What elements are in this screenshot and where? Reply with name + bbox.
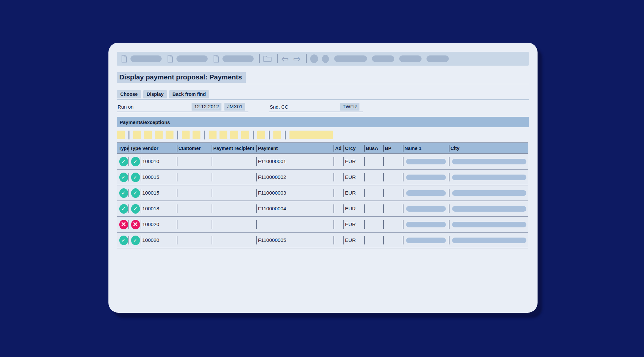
choose-button[interactable]: Choose (117, 90, 141, 98)
type-status-cell (117, 217, 128, 232)
system-toolbar: ⇦ ⇨ (117, 52, 529, 66)
run-on-id-value[interactable]: JMX01 (224, 103, 245, 111)
document-icon[interactable] (213, 55, 219, 63)
check-circle-icon (131, 173, 140, 182)
toolbar-button-placeholder[interactable] (399, 55, 422, 62)
column-header-payment[interactable]: Payment (256, 143, 334, 154)
payment-row[interactable]: 100015 F110000003 EUR (117, 185, 528, 201)
toolbar-button-placeholder[interactable] (372, 55, 394, 62)
table-toolbar-divider (177, 131, 178, 139)
city-placeholder-pill (452, 222, 526, 227)
table-toolbar-button-placeholder[interactable] (144, 131, 152, 139)
toolbar-field-placeholder[interactable] (176, 55, 208, 62)
table-toolbar-button-placeholder[interactable] (155, 131, 163, 139)
city-placeholder-pill (452, 175, 526, 180)
table-toolbar-button-placeholder[interactable] (241, 131, 249, 139)
name1-placeholder-pill (406, 175, 446, 180)
toolbar-button-placeholder[interactable] (426, 55, 449, 62)
type-status-cell (128, 201, 141, 217)
payment-recipient-cell (212, 217, 256, 232)
busa-cell (364, 185, 383, 201)
column-header-customer[interactable]: Customer (177, 143, 212, 154)
run-on-label: Run on (118, 104, 133, 110)
column-header-type1[interactable]: Type (117, 143, 128, 154)
document-icon[interactable] (167, 55, 173, 63)
folder-icon[interactable] (263, 55, 272, 62)
ad-cell (334, 232, 343, 248)
bp-cell (383, 169, 403, 185)
payment-row[interactable]: 100015 F110000002 EUR (117, 169, 528, 185)
city-cell (449, 154, 528, 169)
back-from-find-button[interactable]: Back from find (169, 90, 209, 98)
toolbar-button-placeholder[interactable] (310, 54, 318, 63)
column-header-payment-recipient[interactable]: Payment recipient (212, 143, 256, 154)
city-placeholder-pill (452, 190, 526, 196)
payment-row[interactable]: 100010 F110000001 EUR (117, 154, 528, 169)
filter-row: Run on 12.12.2012 JMX01 Snd. CC TWFR (117, 103, 529, 112)
table-toolbar-button-placeholder[interactable] (273, 131, 281, 139)
column-header-busa[interactable]: BusA (364, 143, 383, 154)
column-header-vendor[interactable]: Vendor (141, 143, 177, 154)
payment-cell: F110000004 (256, 201, 334, 217)
check-circle-icon (131, 157, 140, 166)
city-placeholder-pill (452, 206, 526, 212)
check-circle-icon (119, 204, 128, 214)
payment-recipient-cell (212, 201, 256, 217)
table-toolbar-button-placeholder[interactable] (193, 131, 200, 139)
crcy-cell: EUR (343, 169, 364, 185)
name1-cell (403, 232, 449, 248)
customer-cell (177, 169, 212, 185)
payments-exceptions-header: Payments/exceptions (117, 117, 529, 127)
customer-cell (177, 154, 212, 169)
type-status-cell (117, 232, 128, 248)
table-toolbar-button-placeholder[interactable] (182, 131, 190, 139)
check-circle-icon (119, 188, 128, 198)
arrow-left-icon[interactable]: ⇦ (281, 54, 289, 63)
check-circle-icon (119, 173, 128, 182)
type-status-cell (117, 169, 128, 185)
document-icon[interactable] (121, 55, 127, 63)
table-toolbar-field-placeholder[interactable] (289, 131, 333, 139)
payment-cell (256, 217, 334, 232)
payment-recipient-cell (212, 185, 256, 201)
customer-cell (177, 185, 212, 201)
payment-cell: F110000003 (256, 185, 334, 201)
display-button[interactable]: Display (143, 90, 167, 98)
ad-cell (334, 185, 343, 201)
arrow-right-icon[interactable]: ⇨ (293, 54, 301, 63)
action-button-row: Choose Display Back from find (117, 90, 529, 100)
column-header-bp[interactable]: BP (383, 143, 403, 154)
check-circle-icon (131, 188, 140, 198)
column-header-type2[interactable]: Type (128, 143, 141, 154)
table-toolbar-button-placeholder[interactable] (133, 131, 141, 139)
table-toolbar-button-placeholder[interactable] (230, 131, 238, 139)
name1-cell (403, 201, 449, 217)
ad-cell (334, 217, 343, 232)
table-toolbar-button-placeholder[interactable] (117, 131, 125, 139)
column-header-name1[interactable]: Name 1 (403, 143, 449, 154)
type-status-cell (128, 232, 141, 248)
payment-row[interactable]: 100018 F110000004 EUR (117, 201, 528, 217)
city-cell (449, 232, 528, 248)
toolbar-field-placeholder[interactable] (130, 55, 162, 62)
customer-cell (177, 201, 212, 217)
payment-cell: F110000001 (256, 154, 334, 169)
column-header-ad[interactable]: Ad (334, 143, 343, 154)
column-header-crcy[interactable]: Crcy (343, 143, 364, 154)
toolbar-button-placeholder[interactable] (322, 55, 329, 63)
table-toolbar-button-placeholder[interactable] (209, 131, 217, 139)
toolbar-button-placeholder[interactable] (334, 55, 367, 62)
payment-row[interactable]: 100020 EUR (117, 217, 528, 232)
toolbar-field-placeholder[interactable] (222, 55, 254, 62)
run-on-date-value[interactable]: 12.12.2012 (192, 103, 221, 111)
column-header-city[interactable]: City (449, 143, 528, 154)
snd-cc-value[interactable]: TWFR (340, 103, 359, 111)
table-toolbar-button-placeholder[interactable] (219, 131, 227, 139)
city-cell (449, 169, 528, 185)
crcy-cell: EUR (343, 154, 364, 169)
table-toolbar-button-placeholder[interactable] (257, 131, 265, 139)
crcy-cell: EUR (343, 232, 364, 248)
payment-row[interactable]: 100020 F110000005 EUR (117, 232, 528, 248)
table-toolbar-button-placeholder[interactable] (166, 131, 173, 139)
busa-cell (364, 217, 383, 232)
